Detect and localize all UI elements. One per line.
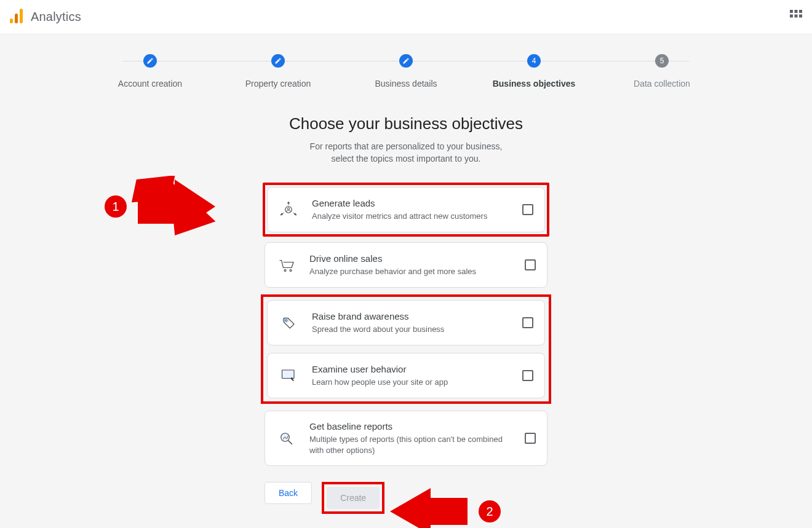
annotation-2: 2	[388, 487, 501, 528]
svg-rect-2	[20, 9, 23, 23]
leads-icon	[276, 197, 301, 222]
card-desc: Learn how people use your site or app	[312, 377, 511, 388]
behavior-icon	[276, 363, 301, 388]
step-done-icon	[143, 54, 157, 68]
page-title: Choose your business objectives	[135, 114, 677, 133]
step-label: Data collection	[634, 79, 690, 89]
annotation-badge-2: 2	[479, 500, 501, 522]
annotation-highlight-1: Generate leads Analyze visitor metrics a…	[263, 183, 549, 237]
card-body: Generate leads Analyze visitor metrics a…	[312, 198, 511, 222]
card-body: Drive online sales Analyze purchase beha…	[309, 253, 514, 277]
card-desc: Analyze purchase behavior and get more s…	[309, 266, 514, 277]
analytics-logo-icon	[10, 9, 23, 26]
card-title: Examine user behavior	[312, 364, 511, 374]
brand-icon	[276, 310, 301, 335]
annotation-badge-1: 1	[105, 195, 127, 218]
svg-rect-3	[790, 10, 793, 13]
sales-icon	[274, 253, 298, 277]
annotation-highlight-2: Create	[322, 482, 384, 514]
subtitle-line2: select the topics most important to you.	[332, 154, 481, 164]
card-checkbox[interactable]	[525, 259, 536, 270]
svg-rect-6	[790, 14, 793, 17]
create-button[interactable]: Create	[327, 487, 380, 509]
card-checkbox[interactable]	[522, 317, 533, 328]
baseline-icon	[274, 426, 298, 451]
step-done-icon	[399, 54, 413, 68]
annotation-1: 1	[105, 176, 218, 237]
step-business-objectives[interactable]: 4 Business objectives	[470, 54, 598, 89]
svg-point-16	[281, 433, 290, 442]
card-title: Generate leads	[312, 198, 511, 208]
step-label: Business details	[375, 79, 437, 89]
objectives-list: Generate leads Analyze visitor metrics a…	[265, 184, 547, 466]
objective-card-brand[interactable]: Raise brand awareness Spread the word ab…	[267, 300, 545, 345]
main-content: Choose your business objectives For repo…	[123, 114, 689, 528]
red-arrow-icon	[132, 176, 218, 237]
step-active-badge: 4	[527, 54, 541, 68]
card-title: Get baseline reports	[309, 421, 514, 431]
red-arrow-icon	[388, 487, 474, 528]
objective-card-baseline[interactable]: Get baseline reports Multiple types of r…	[265, 411, 547, 466]
step-business-details[interactable]: Business details	[342, 54, 470, 89]
step-data-collection[interactable]: 5 Data collection	[598, 54, 726, 89]
svg-rect-0	[10, 18, 13, 23]
svg-point-12	[290, 270, 292, 272]
brand: Analytics	[10, 9, 81, 26]
card-title: Raise brand awareness	[312, 311, 511, 321]
svg-point-10	[287, 208, 289, 210]
brand-name: Analytics	[31, 10, 81, 24]
svg-rect-4	[795, 10, 798, 13]
header-bar: Analytics	[0, 0, 812, 34]
step-account-creation[interactable]: Account creation	[86, 54, 214, 89]
step-label: Business objectives	[493, 79, 576, 89]
step-label: Property creation	[245, 79, 311, 89]
objective-card-sales[interactable]: Drive online sales Analyze purchase beha…	[265, 242, 547, 288]
card-checkbox[interactable]	[525, 433, 536, 444]
card-body: Examine user behavior Learn how people u…	[312, 364, 511, 388]
card-checkbox[interactable]	[522, 370, 533, 381]
card-checkbox[interactable]	[522, 204, 533, 215]
svg-rect-15	[282, 370, 295, 379]
card-body: Raise brand awareness Spread the word ab…	[312, 311, 511, 335]
svg-marker-19	[390, 488, 468, 528]
card-body: Get baseline reports Multiple types of r…	[309, 421, 514, 455]
step-done-icon	[271, 54, 285, 68]
step-pending-badge: 5	[655, 54, 669, 68]
subtitle-line1: For reports that are personalized to you…	[310, 141, 503, 151]
svg-rect-1	[15, 14, 18, 23]
stepper: Account creation Property creation Busin…	[0, 34, 812, 103]
step-property-creation[interactable]: Property creation	[214, 54, 342, 89]
card-desc: Multiple types of reports (this option c…	[309, 434, 514, 455]
svg-rect-5	[799, 10, 802, 13]
objective-card-leads[interactable]: Generate leads Analyze visitor metrics a…	[267, 187, 545, 232]
card-desc: Spread the word about your business	[312, 324, 511, 335]
step-label: Account creation	[118, 79, 182, 89]
card-title: Drive online sales	[309, 253, 514, 264]
annotation-highlight-1b: Raise brand awareness Spread the word ab…	[261, 294, 551, 404]
svg-point-11	[284, 270, 286, 272]
card-desc: Analyze visitor metrics and attract new …	[312, 211, 511, 222]
back-button[interactable]: Back	[265, 482, 312, 504]
svg-rect-7	[795, 14, 798, 17]
apps-icon[interactable]	[790, 10, 802, 25]
objective-card-behavior[interactable]: Examine user behavior Learn how people u…	[267, 353, 545, 398]
svg-rect-8	[799, 14, 802, 17]
page-subtitle: For reports that are personalized to you…	[135, 141, 677, 165]
